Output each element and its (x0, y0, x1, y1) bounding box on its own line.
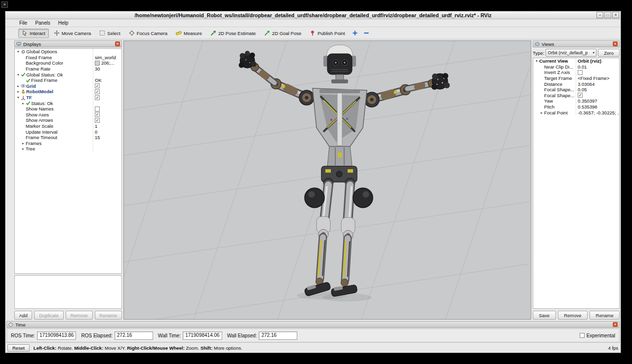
property-value[interactable]: sim_world (93, 55, 121, 61)
property-value[interactable]: 1 (93, 123, 121, 129)
tree-row-frames[interactable]: ▸Frames (15, 141, 121, 146)
tool-measure[interactable]: Measure (172, 29, 205, 38)
tree-row-target-frame[interactable]: Target Frame<Fixed Frame> (533, 75, 619, 81)
property-value[interactable]: 0.535398 (576, 104, 619, 110)
expander-closed-icon[interactable]: ▸ (21, 101, 26, 106)
view-type-dropdown[interactable]: Orbit (rviz_default_p ▾ (546, 49, 596, 57)
time-field-value[interactable]: 1719098413.86 (37, 331, 77, 340)
expander-open-icon[interactable]: ▾ (534, 59, 539, 63)
expander-open-icon[interactable]: ▾ (16, 95, 21, 100)
property-value[interactable] (93, 100, 121, 106)
tree-row-fixed-frame[interactable]: Fixed FrameOK (15, 77, 121, 83)
tree-row-focal-shape[interactable]: Focal Shape...✓ (533, 93, 619, 99)
remove-tool-button[interactable] (361, 29, 371, 38)
property-value[interactable] (93, 49, 121, 55)
tree-row-grid[interactable]: ▸Grid✓ (15, 83, 121, 89)
property-value[interactable]: ✓ (93, 89, 121, 95)
property-value[interactable]: 206;... (93, 60, 121, 66)
time-field-value[interactable]: 1719098414.06 (183, 331, 222, 340)
tree-row-update-interval[interactable]: Update Interval0 (15, 129, 121, 135)
property-value[interactable]: OK (93, 77, 121, 83)
time-panel-header[interactable]: Time × (6, 321, 620, 328)
tree-row-background-color[interactable]: Background Color206;... (15, 60, 121, 66)
menu-panels[interactable]: Panels (35, 20, 50, 26)
tree-row-distance[interactable]: Distance3.03064 (533, 81, 619, 87)
expander-closed-icon[interactable]: ▸ (16, 84, 21, 88)
time-field-value[interactable]: 272.16 (259, 331, 297, 340)
property-value[interactable] (93, 106, 121, 112)
property-value[interactable]: ✓ (93, 117, 121, 123)
displays-add-button[interactable]: Add (14, 311, 32, 320)
property-value[interactable]: 0.01 (576, 64, 619, 70)
views-rename-button[interactable]: Rename (590, 311, 620, 320)
displays-close-icon[interactable]: × (115, 41, 120, 46)
expander-closed-icon[interactable]: ▸ (21, 146, 26, 151)
tree-row-frame-rate[interactable]: Frame Rate30 (15, 66, 121, 72)
time-field-value[interactable]: 272.16 (115, 331, 153, 340)
views-remove-button[interactable]: Remove (558, 311, 588, 320)
property-value[interactable]: -0.3657; -0.30225; ... (576, 109, 619, 115)
tree-row-focal-point[interactable]: ▸Focal Point-0.3657; -0.30225; ... (533, 109, 619, 115)
displays-panel-header[interactable]: Displays × (14, 40, 122, 47)
tool-2d-goal-pose[interactable]: 2D Goal Pose (261, 29, 305, 38)
tree-row-show-arrows[interactable]: Show Arrows✓ (15, 117, 121, 123)
tree-row-global-status-ok[interactable]: ▾Global Status: Ok (15, 72, 121, 77)
checkbox-checked[interactable]: ✓ (95, 95, 100, 100)
tool-move-camera[interactable]: Move Camera (50, 29, 95, 38)
tree-row-robotmodel[interactable]: ▸RobotModel✓ (15, 89, 121, 95)
checkbox-checked[interactable]: ✓ (95, 118, 100, 123)
property-value[interactable]: 0.05 (576, 87, 619, 93)
property-value[interactable]: ✓ (576, 93, 619, 99)
property-value[interactable]: 15 (93, 135, 121, 141)
tree-row-current-view[interactable]: ▾Current ViewOrbit (rviz) (533, 58, 619, 64)
tree-row-status-ok[interactable]: ▸Status: Ok (15, 100, 121, 106)
expander-open-icon[interactable]: ▾ (16, 73, 21, 77)
checkbox-checked[interactable]: ✓ (578, 93, 583, 98)
tree-row-tree[interactable]: ▸Tree (15, 146, 121, 152)
tree-row-invert-z-axis[interactable]: Invert Z Axis (533, 70, 619, 75)
checkbox-checked[interactable]: ✓ (95, 112, 100, 117)
property-value[interactable]: 0.350397 (576, 98, 619, 104)
tree-row-show-names[interactable]: Show Names (15, 106, 121, 112)
tree-row-marker-scale[interactable]: Marker Scale1 (15, 123, 121, 129)
property-value[interactable]: Orbit (rviz) (576, 58, 619, 64)
tree-row-tf[interactable]: ▾TF✓ (15, 95, 121, 101)
tree-row-frame-timeout[interactable]: Frame Timeout15 (15, 135, 121, 141)
property-value[interactable] (93, 146, 121, 152)
checkbox-unchecked[interactable] (578, 70, 583, 75)
menu-help[interactable]: Help (58, 20, 69, 26)
property-value[interactable]: 3.03064 (576, 81, 619, 87)
views-panel-header[interactable]: Views × (533, 40, 620, 47)
property-value[interactable]: ✓ (93, 83, 121, 89)
tree-row-global-options[interactable]: ▾Global Options (15, 49, 121, 55)
checkbox-checked[interactable]: ✓ (95, 83, 100, 88)
minimize-button[interactable]: – (596, 12, 603, 18)
tool-publish-point[interactable]: Publish Point (306, 29, 348, 38)
experimental-checkbox[interactable] (580, 333, 585, 338)
property-value[interactable]: ✓ (93, 112, 121, 118)
property-value[interactable]: ✓ (93, 95, 121, 101)
zero-button[interactable]: Zero (598, 49, 620, 57)
tool-interact[interactable]: Interact (18, 29, 49, 38)
tool-2d-pose-estimate[interactable]: 2D Pose Estimate (207, 29, 259, 38)
expander-closed-icon[interactable]: ▸ (16, 89, 21, 94)
time-close-icon[interactable]: × (613, 322, 618, 327)
tree-row-pitch[interactable]: Pitch0.535398 (533, 104, 619, 110)
close-button[interactable]: × (612, 12, 619, 18)
menu-file[interactable]: File (19, 20, 27, 26)
window-titlebar[interactable]: /home/newtonjeri/Humanoid_Robot_ws/insta… (5, 11, 621, 19)
tree-row-focal-shape[interactable]: Focal Shape...0.05 (533, 87, 619, 93)
property-value[interactable] (576, 70, 619, 75)
tool-focus-camera[interactable]: Focus Camera (125, 29, 171, 38)
displays-remove-button[interactable]: Remove (66, 311, 93, 320)
property-value[interactable]: 30 (93, 66, 121, 72)
checkbox-checked[interactable]: ✓ (95, 89, 100, 94)
add-tool-button[interactable] (350, 29, 360, 38)
expander-closed-icon[interactable]: ▸ (21, 141, 26, 146)
3d-viewport[interactable]: ◂ ▸ (123, 40, 531, 320)
property-value[interactable] (93, 72, 121, 77)
tool-select[interactable]: Select (96, 29, 123, 38)
property-value[interactable]: <Fixed Frame> (576, 75, 619, 81)
reset-button[interactable]: Reset (7, 344, 30, 352)
tree-row-show-axes[interactable]: Show Axes✓ (15, 112, 121, 118)
